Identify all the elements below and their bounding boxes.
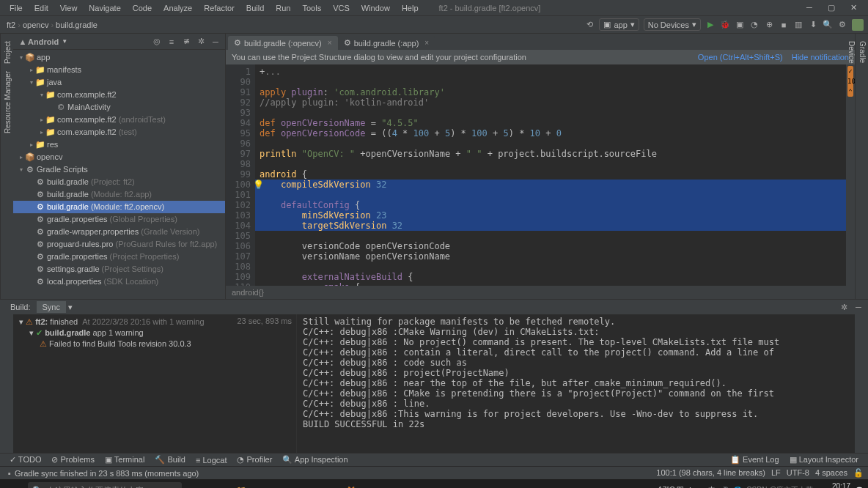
breadcrumb-item[interactable]: opencv [21,21,51,29]
breadcrumb-item[interactable]: build.gradle [54,21,100,29]
tree-node[interactable]: ▾📦app [13,51,225,64]
indent-setting[interactable]: 4 spaces [815,468,847,478]
readonly-toggle[interactable]: 🔓 [853,468,864,478]
sync-icon[interactable]: ⟲ [584,20,595,30]
build-events-tree[interactable]: ▾ ⚠ ft2: finished At 2022/3/28 20:16 wit… [0,314,297,453]
tree-node[interactable]: ⚙build.gradle(Module: ft2.opencv) [13,201,225,213]
status-icon[interactable]: ▪ [4,468,15,478]
attach-button[interactable]: ⊕ [764,20,774,30]
breadcrumb-item[interactable]: ft2 [4,21,18,29]
build-settings-icon[interactable]: ✲ [839,302,849,312]
tree-node[interactable]: ⚙gradle.properties(Global Properties) [13,213,225,226]
breadcrumb-bar[interactable]: android{} [226,286,855,299]
start-button[interactable]: ⊞ [0,479,28,488]
run-button[interactable]: ▶ [705,20,716,30]
tree-node[interactable]: ▾📁java [13,76,225,89]
tree-node[interactable]: ⚙gradle.properties(Project Properties) [13,251,225,263]
tool-problems[interactable]: ⊘ Problems [46,455,100,465]
minimize-button[interactable]: ─ [798,3,820,12]
menu-build[interactable]: Build [240,1,270,15]
maximize-button[interactable]: ▢ [820,3,842,12]
close-button[interactable]: ✕ [842,3,864,12]
tree-node[interactable]: ⚙build.gradle(Project: ft2) [13,176,225,188]
menu-file[interactable]: File [4,1,29,15]
tool-logcat[interactable]: ≡ Logcat [191,456,232,465]
editor-tab[interactable]: ⚙build.gradle (:app)× [338,36,435,50]
settings-button[interactable]: ⚙ [837,20,847,30]
menu-help[interactable]: Help [396,1,424,15]
tool-event-log[interactable]: 📋 Event Log [725,455,784,465]
tool-app-inspection[interactable]: 🔍 App Inspection [277,455,353,465]
project-tree[interactable]: ▾📦app▸📁manifests▾📁java▾📁com.example.ft2©… [13,50,225,299]
explorer-icon[interactable]: 📁 [230,479,252,488]
tool-profiler[interactable]: ◔ Profiler [232,455,277,465]
build-output[interactable]: Still waiting for package manifests to b… [297,314,855,453]
taskbar-search[interactable]: 🔍 在这里输入你要搜索的内容 [28,482,182,488]
editor-tab[interactable]: ⚙build.gradle (:opencv)× [228,36,338,50]
tree-node[interactable]: ▾⚙Gradle Scripts [13,163,225,176]
caret-position[interactable]: 100:1 (98 chars, 4 line breaks) [656,468,765,478]
tool-todo[interactable]: ✓ TODO [4,455,46,465]
weather-widget[interactable]: ☁ 17°C 阴 [649,485,684,488]
gradle-tab[interactable]: Gradle [857,37,868,295]
menu-window[interactable]: Window [356,1,396,15]
sdk-button[interactable]: ⬇ [808,20,818,30]
hide-icon[interactable]: ─ [210,37,221,47]
debug-button[interactable]: 🐞 [720,20,730,30]
app-icon-2[interactable]: ▣ [318,479,340,488]
close-tab-icon[interactable]: × [424,39,429,47]
menu-analyze[interactable]: Analyze [158,1,198,15]
avatar-icon[interactable] [852,19,864,31]
taskbar-clock[interactable]: 20:172022/3/28 [818,482,851,488]
browser-icon[interactable]: ● [274,479,296,488]
edge-icon[interactable]: ◉ [252,479,274,488]
build-hide-icon[interactable]: ─ [853,302,864,312]
tree-node[interactable]: ©MainActivity [13,101,225,114]
stop-button[interactable]: ■ [779,20,789,30]
build-event[interactable]: ▾ ✔ build.gradle app 1 warning [3,328,293,339]
code-area[interactable]: 1909192939495969798991001011021031041051… [226,64,855,286]
tree-node[interactable]: ▸📁com.example.ft2(test) [13,126,225,138]
menu-refactor[interactable]: Refactor [198,1,240,15]
tool-build[interactable]: 🔨 Build [150,455,191,465]
close-tab-icon[interactable]: × [328,39,332,47]
ime-icon[interactable]: 中 [708,485,716,488]
gear-icon[interactable]: ✲ [196,37,206,47]
cortana-icon[interactable]: ○ [186,479,208,488]
line-separator[interactable]: LF [771,468,781,478]
notice-hide-link[interactable]: Hide notification [792,53,849,62]
build-event[interactable]: ⚠ Failed to find Build Tools revision 30… [3,339,293,350]
app-icon-1[interactable]: ▦ [296,479,318,488]
project-view-selector[interactable]: Android [28,37,59,46]
expand-icon[interactable]: ≡ [166,37,177,47]
tree-node[interactable]: ⚙local.properties(SDK Location) [13,276,225,288]
menu-view[interactable]: View [54,1,84,15]
tree-node[interactable]: ▸📁manifests [13,64,225,76]
project-tab[interactable]: Project [1,37,13,67]
notice-open-link[interactable]: Open (Ctrl+Alt+Shift+S) [698,53,783,62]
tree-node[interactable]: ⚙proguard-rules.pro(ProGuard Rules for f… [13,238,225,251]
resource-manager-tab[interactable]: Resource Manager [1,67,13,137]
menu-vcs[interactable]: VCS [327,1,356,15]
menu-code[interactable]: Code [127,1,158,15]
menu-navigate[interactable]: Navigate [83,1,126,15]
tree-node[interactable]: ▸📁res [13,138,225,151]
locate-icon[interactable]: ◎ [152,37,162,47]
tool-terminal[interactable]: ▣ Terminal [100,455,150,465]
tree-node[interactable]: ▸📁com.example.ft2(androidTest) [13,114,225,126]
collapse-icon[interactable]: ≢ [181,37,191,47]
coverage-button[interactable]: ▣ [735,20,745,30]
tree-node[interactable]: ▾📁com.example.ft2 [13,89,225,101]
file-encoding[interactable]: UTF-8 [787,468,809,478]
run-config-selector[interactable]: ▣ app ▾ [599,18,639,31]
sync-tab[interactable]: Sync [37,301,66,313]
tree-node[interactable]: ⚙build.gradle(Module: ft2.app) [13,188,225,201]
tree-node[interactable]: ⚙gradle-wrapper.properties(Gradle Versio… [13,226,225,238]
profile-button[interactable]: ◔ [749,20,760,30]
android-studio-icon[interactable]: ◆ [362,479,384,488]
menu-run[interactable]: Run [270,1,296,15]
menu-edit[interactable]: Edit [29,1,54,15]
taskview-icon[interactable]: ▭ [208,479,230,488]
device-selector[interactable]: No Devices ▾ [644,18,701,31]
avd-button[interactable]: ▥ [793,20,803,30]
